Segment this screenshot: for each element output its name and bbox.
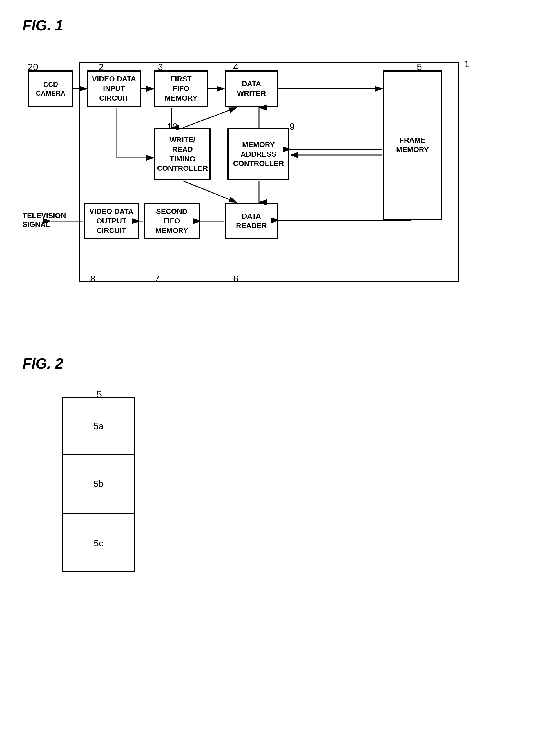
video-data-input-block: VIDEO DATA INPUT CIRCUIT [87, 71, 141, 107]
fig2-diagram: 5 5a 5b 5c [22, 389, 192, 586]
label-6: 6 [233, 273, 238, 284]
data-reader-block: DATA READER [225, 203, 278, 239]
fig1-title: FIG. 1 [22, 17, 538, 34]
memory-section-5a: 5a [63, 399, 134, 455]
frame-memory-diagram: 5a 5b 5c [62, 397, 135, 572]
television-signal-label: TELEVISION SIGNAL [22, 211, 66, 229]
frame-memory-block: FRAME MEMORY [383, 71, 442, 220]
label-9: 9 [289, 121, 295, 132]
memory-section-5c: 5c [63, 514, 134, 573]
ccd-camera-block: CCD CAMERA [28, 71, 73, 107]
write-read-timing-block: WRITE/ READ TIMING CONTROLLER [154, 128, 211, 180]
memory-section-5b: 5b [63, 455, 134, 514]
label-7: 7 [154, 273, 160, 284]
label-1: 1 [464, 59, 469, 70]
first-fifo-block: FIRST FIFO MEMORY [154, 71, 208, 107]
second-fifo-block: SECOND FIFO MEMORY [144, 203, 200, 239]
video-data-output-block: VIDEO DATA OUTPUT CIRCUIT [84, 203, 139, 239]
data-writer-block: DATA WRITER [225, 71, 278, 107]
fig1-diagram: 1 20 CCD CAMERA 2 VIDEO DATA INPUT CIRCU… [22, 45, 529, 299]
label-8: 8 [90, 273, 96, 284]
memory-address-controller-block: MEMORY ADDRESS CONTROLLER [227, 128, 289, 180]
fig2-title: FIG. 2 [22, 355, 538, 372]
